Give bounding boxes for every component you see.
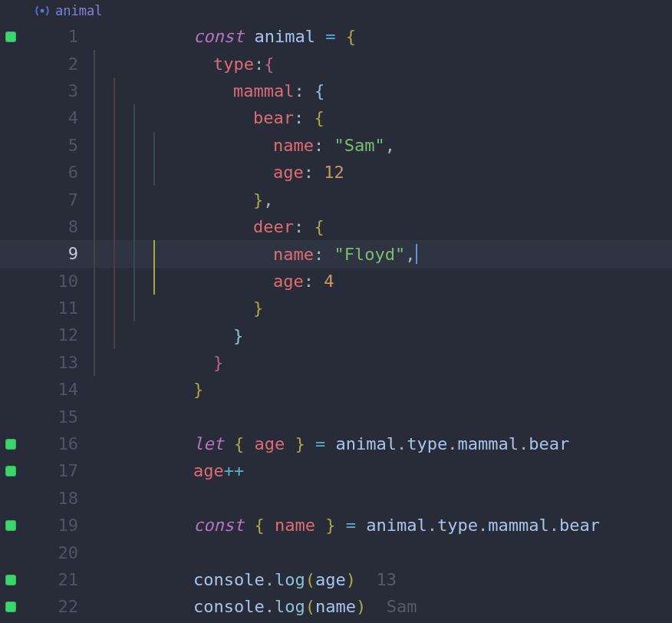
brace-open: { <box>346 27 356 46</box>
lint-marker-icon <box>5 602 16 612</box>
line-number: 17 <box>35 457 92 484</box>
line-number: 3 <box>35 77 92 104</box>
brace-close: } <box>193 380 203 399</box>
brace-close: } <box>253 298 263 318</box>
text-cursor <box>416 244 417 264</box>
svg-rect-0 <box>41 9 44 13</box>
gutter-marker-col <box>0 23 21 50</box>
line-number: 9 <box>35 240 92 267</box>
brace-open: { <box>254 516 264 535</box>
identifier: age <box>254 434 285 453</box>
code-editor[interactable]: 1 const animal = { 2 type:{ 3 mammal: { <box>0 23 672 621</box>
line-number: 6 <box>35 159 92 186</box>
code-line[interactable]: 22 console.log(name) Sam <box>0 593 672 620</box>
variable-icon <box>35 5 49 16</box>
number: 4 <box>324 272 334 291</box>
identifier: name <box>275 516 315 535</box>
lint-marker-icon <box>5 439 16 450</box>
property: age <box>273 163 304 182</box>
line-number: 15 <box>35 403 92 430</box>
brace-close: } <box>213 353 223 372</box>
line-number: 8 <box>35 213 92 240</box>
line-number: 10 <box>35 268 92 295</box>
line-number: 16 <box>35 430 92 457</box>
lint-marker-icon <box>5 466 16 476</box>
operator: ++ <box>224 461 245 480</box>
line-number: 4 <box>35 104 92 131</box>
function: log <box>275 597 305 616</box>
line-number: 19 <box>35 512 92 539</box>
line-number: 11 <box>35 295 92 321</box>
line-number: 20 <box>35 539 92 565</box>
line-number: 1 <box>35 23 92 50</box>
line-number: 13 <box>35 349 92 376</box>
string: "Floyd" <box>334 245 405 264</box>
code-line[interactable]: 19 const { name } = animal.type.mammal.b… <box>0 512 672 539</box>
line-number: 12 <box>35 321 92 348</box>
line-number: 5 <box>35 132 92 159</box>
keyword: const <box>193 516 244 535</box>
number: 12 <box>324 163 344 182</box>
line-number: 14 <box>35 376 92 403</box>
identifier: age <box>193 461 224 480</box>
line-number: 7 <box>35 186 92 213</box>
line-number: 22 <box>35 593 92 620</box>
brace-close: } <box>233 326 243 345</box>
property: age <box>273 272 304 291</box>
lint-marker-icon <box>5 31 16 42</box>
lint-marker-icon <box>5 575 16 585</box>
line-number: 2 <box>35 50 92 77</box>
lint-marker-icon <box>5 520 16 531</box>
brace-close: } <box>325 516 335 535</box>
line-number: 18 <box>35 485 92 512</box>
code-line[interactable]: 14 } <box>0 376 672 403</box>
brace-close: } <box>295 434 305 453</box>
line-number: 21 <box>35 566 92 593</box>
operator: = <box>325 27 335 46</box>
object: console <box>193 597 265 616</box>
inline-hint: Sam <box>387 597 417 616</box>
